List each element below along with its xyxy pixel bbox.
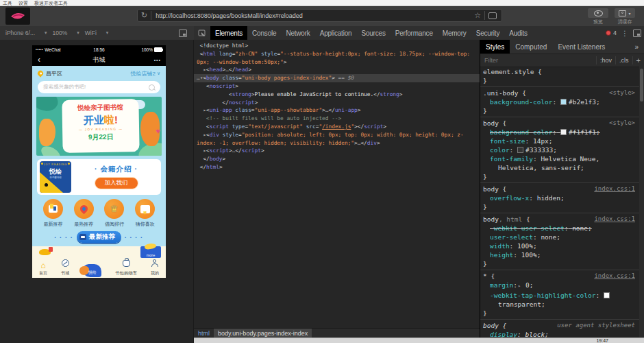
new-tab-icon[interactable] bbox=[488, 12, 497, 19]
css-declaration[interactable]: background-color: #f1f1f1; bbox=[483, 128, 636, 137]
shorthand-expander-icon[interactable]: ▸ bbox=[518, 283, 521, 289]
styles-tab-computed[interactable]: Computed bbox=[510, 40, 552, 54]
breadcrumb-item[interactable]: body.uni-body.pages-index-index bbox=[214, 329, 312, 338]
inspect-element-icon[interactable] bbox=[194, 26, 210, 40]
promo-banner[interactable]: ♥ 悦绘亲子图书馆 开业啦! — JOY READING — 9月22日 bbox=[36, 97, 162, 156]
code-line[interactable]: <strong>Please enable JavaScript to cont… bbox=[197, 91, 480, 99]
css-declaration[interactable]: overflow-x: hidden; bbox=[483, 193, 636, 202]
rotate-device-icon[interactable] bbox=[179, 29, 187, 37]
code-line[interactable]: <!-- built files will be auto injected -… bbox=[197, 115, 480, 123]
newest-section-pill[interactable]: 最新推荐 bbox=[77, 231, 121, 243]
caret-down-icon[interactable]: ▾ bbox=[45, 30, 47, 36]
code-line[interactable]: …▾<body class="uni-body pages-index-inde… bbox=[194, 74, 480, 82]
rule-selector[interactable]: element.style { bbox=[483, 67, 636, 76]
rule-selector[interactable]: .uni-body<style> { bbox=[483, 88, 636, 97]
error-badge[interactable]: 4 bbox=[606, 29, 617, 36]
code-line[interactable]: <html lang="zh-CN" style="--status-bar-h… bbox=[197, 50, 480, 58]
css-declaration[interactable]: background-color: #b2e1f3; bbox=[483, 97, 636, 106]
css-declaration[interactable]: -webkit-tap-highlight-color: transparent… bbox=[483, 291, 636, 309]
styles-tab-styles[interactable]: Styles bbox=[480, 40, 510, 54]
code-line[interactable]: index: -1; overflow: hidden; visibility:… bbox=[197, 139, 480, 147]
code-line[interactable]: </noscript> bbox=[197, 99, 480, 107]
devtools-tab-network[interactable]: Network bbox=[281, 26, 314, 40]
quick-nav-item[interactable]: 最热推荐 bbox=[70, 199, 97, 228]
filter-toggle[interactable]: :hov bbox=[596, 56, 615, 64]
rule-selector[interactable]: *index.css:1 { bbox=[483, 272, 636, 281]
code-line[interactable]: <!doctype html> bbox=[197, 42, 480, 50]
css-declaration[interactable]: -webkit-user-select: none; bbox=[483, 224, 636, 233]
devtools-tab-performance[interactable]: Performance bbox=[391, 26, 438, 40]
tab-bar-item[interactable]: 书包|购物车 bbox=[115, 257, 137, 276]
kebab-menu-icon[interactable]: ⋮ bbox=[621, 29, 628, 37]
caret-down-icon[interactable]: ▾ bbox=[77, 30, 79, 36]
breadcrumb-item[interactable]: html bbox=[194, 329, 214, 338]
styles-scrollbar[interactable] bbox=[639, 66, 644, 338]
join-us-button[interactable]: 加入我们 bbox=[95, 177, 138, 189]
tab-overflow-icon[interactable]: » bbox=[629, 40, 644, 54]
quick-nav-item[interactable]: 最新推荐 bbox=[39, 199, 66, 228]
code-line[interactable]: </html> bbox=[197, 163, 480, 172]
menu-item[interactable]: 极速开发者工具 bbox=[34, 1, 68, 5]
network-select[interactable]: WiFi bbox=[85, 29, 97, 36]
menu-item[interactable]: 设置 bbox=[18, 1, 28, 5]
rule-selector[interactable]: body, htmlindex.css:1 { bbox=[483, 215, 636, 224]
chevron-down-icon[interactable]: ∨ bbox=[157, 71, 160, 76]
store-selector[interactable]: 悦绘店铺2 bbox=[130, 70, 155, 78]
color-swatch[interactable] bbox=[560, 129, 567, 135]
menu-item[interactable]: 工具 bbox=[3, 1, 12, 5]
color-swatch[interactable] bbox=[517, 147, 523, 153]
preview-button[interactable] bbox=[588, 8, 608, 18]
devtools-tab-application[interactable]: Application bbox=[315, 26, 357, 40]
device-select[interactable]: iPhone 6/... bbox=[5, 29, 35, 36]
bookmark-star-icon[interactable]: ☆ bbox=[471, 11, 484, 20]
dock-side-icon[interactable] bbox=[633, 29, 641, 37]
clear-cache-button[interactable]: ▾ bbox=[615, 8, 635, 18]
filter-toggle[interactable]: .cls bbox=[615, 56, 632, 64]
membership-card[interactable]: JOY READING 悦绘 亲子图书馆 · 会籍介绍 · 加入我们 bbox=[37, 159, 161, 195]
tab-bar-item[interactable]: 悦绘 bbox=[83, 264, 101, 276]
refresh-icon[interactable]: ↻ bbox=[138, 11, 151, 20]
zoom-select[interactable]: 100% bbox=[53, 29, 68, 36]
more-books-tile[interactable]: more bbox=[140, 246, 161, 258]
stylesheet-link[interactable]: index.css:1 bbox=[594, 185, 635, 193]
devtools-tab-sources[interactable]: Sources bbox=[356, 26, 390, 40]
devtools-tab-console[interactable]: Console bbox=[247, 26, 281, 40]
code-line[interactable]: <noscript> bbox=[197, 82, 480, 91]
devtools-tab-security[interactable]: Security bbox=[471, 26, 505, 40]
css-declaration[interactable]: font-size: 14px; bbox=[483, 137, 636, 145]
color-swatch[interactable] bbox=[604, 292, 610, 298]
rule-selector[interactable]: bodyindex.css:1 { bbox=[483, 185, 636, 193]
quick-nav-item[interactable]: ♛借阅排行 bbox=[101, 199, 128, 228]
css-declaration[interactable]: color: #333333; bbox=[483, 145, 636, 154]
code-line[interactable]: ▸<script>…</script> bbox=[197, 147, 480, 155]
stylesheet-link[interactable]: index.css:1 bbox=[594, 272, 635, 281]
search-bar[interactable]: 搜索感兴趣的书吧! bbox=[38, 81, 160, 93]
code-line[interactable]: ▸<head>…</head> bbox=[197, 66, 480, 74]
more-menu-icon[interactable]: ••• bbox=[154, 58, 161, 62]
devtools-tab-elements[interactable]: Elements bbox=[210, 26, 247, 40]
styles-tab-event-listeners[interactable]: Event Listeners bbox=[552, 40, 610, 54]
scrollbar-thumb[interactable] bbox=[640, 69, 643, 102]
tab-bar-item[interactable]: 书城 bbox=[61, 257, 69, 276]
rule-selector[interactable]: body<style> { bbox=[483, 119, 636, 128]
filter-input[interactable] bbox=[480, 57, 596, 64]
css-declaration[interactable]: display: block; bbox=[483, 330, 636, 338]
css-declaration[interactable]: width: 100%; bbox=[483, 241, 636, 250]
rule-selector[interactable]: bodyuser agent stylesheet { bbox=[483, 321, 636, 330]
stylesheet-link[interactable]: index.css:1 bbox=[594, 215, 635, 224]
url-text[interactable]: http://localhost:8080/pages/booksMall/in… bbox=[151, 12, 471, 19]
css-declaration[interactable]: height: 100%; bbox=[483, 250, 636, 259]
css-declaration[interactable]: font-family: Helvetica Neue, Helvetica, … bbox=[483, 154, 636, 172]
code-line[interactable]: </body> bbox=[197, 155, 480, 163]
color-swatch[interactable] bbox=[560, 99, 567, 105]
code-line[interactable]: ▸<uni-app class="uni-app--showtabbar">…<… bbox=[197, 106, 480, 115]
quick-nav-item[interactable]: ♥猜你喜欢 bbox=[132, 199, 159, 228]
code-line[interactable]: 0px; --window-bottom:50px;"> bbox=[197, 58, 480, 67]
tab-bar-item[interactable]: ⌂首页 bbox=[39, 262, 47, 276]
code-line[interactable]: ▸<div style="position: absolute; left: 0… bbox=[197, 131, 480, 139]
devtools-tab-memory[interactable]: Memory bbox=[438, 26, 471, 40]
filter-toggle[interactable]: + bbox=[632, 56, 644, 64]
address-bar[interactable]: ↻ http://localhost:8080/pages/booksMall/… bbox=[137, 9, 502, 22]
district-label[interactable]: 昌平区 bbox=[46, 70, 62, 78]
tab-bar-item[interactable]: 我的 bbox=[151, 257, 159, 276]
